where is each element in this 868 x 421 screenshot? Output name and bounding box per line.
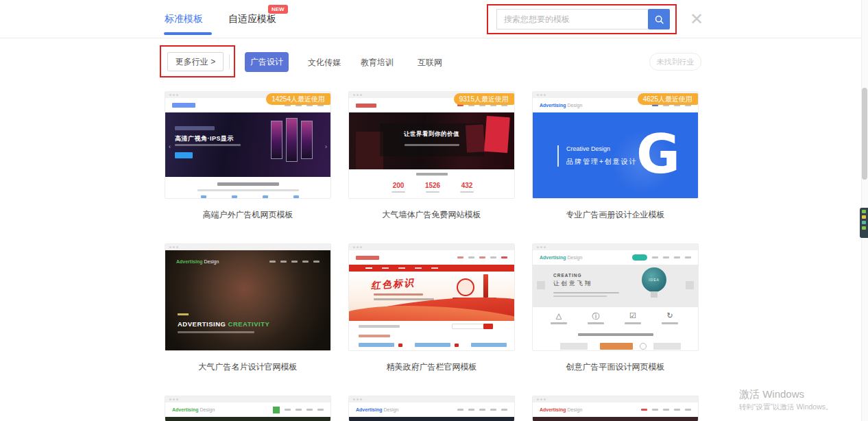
side-widget-tab[interactable] — [860, 208, 868, 238]
window-dots-icon — [537, 94, 546, 96]
mock-logo — [172, 103, 195, 108]
stats-section: 200 1526 432 — [349, 169, 514, 199]
window-dots-icon — [353, 246, 362, 248]
template-card-partial[interactable]: Advertising Design — [348, 396, 515, 421]
mock-orange-button — [600, 343, 633, 350]
mock-logo: Advertising — [356, 407, 383, 412]
banner-footer — [165, 177, 330, 199]
template-card-outdoor-ad[interactable]: 高清广视角·IPS显示 ‹ › 14254人最近使用 — [165, 91, 331, 199]
mock-logo: Advertising — [540, 255, 566, 260]
stat-value: 432 — [446, 182, 487, 189]
banner-image — [533, 417, 698, 421]
browser-chrome — [165, 396, 330, 402]
new-badge: NEW — [268, 5, 288, 14]
mock-nav-links — [641, 409, 691, 411]
header-divider — [0, 38, 868, 38]
feature-check-icon: ☑ — [619, 311, 647, 320]
mock-navbar: Advertising Design — [165, 402, 330, 417]
chevron-left-icon: ‹ — [169, 143, 171, 150]
scrollbar-thumb[interactable] — [862, 88, 867, 180]
mock-nav-links — [269, 261, 320, 263]
window-dots-icon — [353, 398, 362, 400]
mock-nav-links — [457, 409, 507, 411]
template-card-partial[interactable]: Advertising Design — [532, 396, 699, 421]
banner-headline: 高清广视角·IPS显示 — [175, 134, 234, 143]
banner-line1: Creative Design — [566, 145, 638, 152]
banner-headline: ADVERTISING CREATIVITY — [178, 320, 269, 328]
display-panel — [271, 121, 282, 159]
search-input[interactable] — [496, 9, 648, 29]
features-section: △ ⓘ ☑ ↻ — [533, 307, 698, 351]
emblem — [457, 278, 474, 296]
display-panel — [301, 121, 313, 159]
window-dots-icon — [537, 246, 546, 248]
mock-nav-links — [632, 254, 691, 261]
search-icon — [654, 14, 664, 25]
banner-headline: 让世界看到你的价值 — [380, 130, 484, 139]
template-gallery-page: 标准模板 自适应模板 NEW ✕ 更多行业 > 广告设计 文化传媒 教育培训 互… — [0, 0, 868, 421]
template-caption[interactable]: 大气墙体广告免费网站模板 — [348, 209, 515, 221]
usage-badge: 14254人最近使用 — [266, 93, 330, 105]
category-ad-design[interactable]: 广告设计 — [245, 52, 289, 72]
mock-navbar — [349, 250, 514, 265]
banner-image — [165, 417, 330, 421]
banner-image — [349, 417, 514, 421]
banner-line2: 品牌管理+创意设计 — [566, 157, 638, 167]
more-industries-button[interactable]: 更多行业 > — [167, 52, 224, 71]
mock-navbar: Advertising Design — [533, 250, 698, 265]
banner-headline: 红色标识 — [370, 277, 415, 292]
close-icon[interactable]: ✕ — [690, 10, 703, 29]
window-dots-icon — [353, 94, 362, 96]
browser-chrome — [349, 396, 514, 402]
template-caption[interactable]: 创意广告平面设计网页模板 — [532, 361, 699, 373]
mock-logo — [356, 104, 376, 108]
tab-adaptive-templates[interactable]: 自适应模板 — [228, 13, 276, 25]
search-button[interactable] — [648, 9, 670, 29]
mock-navbar: Advertising Design — [165, 259, 330, 264]
browser-chrome — [165, 244, 330, 250]
mock-pill-button — [632, 254, 647, 261]
banner-image: 高清广视角·IPS显示 ‹ › — [165, 112, 330, 177]
chevron-right-icon — [686, 281, 694, 289]
mock-navbar: Advertising Design — [533, 402, 698, 417]
category-internet[interactable]: 互联网 — [418, 57, 442, 69]
tab-standard-templates[interactable]: 标准模板 — [165, 13, 203, 25]
banner-photo: Advertising Design ADVERTISING CREATIVIT… — [165, 250, 330, 351]
feature-refresh-icon: ↻ — [656, 311, 684, 320]
template-card-graphic-design[interactable]: Advertising Design CREATING 让创意飞翔 IDEA △… — [532, 243, 699, 351]
filter-divider — [229, 54, 230, 69]
template-caption[interactable]: 专业广告画册设计企业模板 — [532, 209, 699, 221]
category-culture-media[interactable]: 文化传媒 — [308, 57, 341, 69]
category-education[interactable]: 教育培训 — [361, 57, 394, 69]
mock-logo: Advertising — [172, 407, 199, 412]
monument — [483, 274, 488, 298]
banner-overlay: 让世界看到你的价值 — [380, 123, 484, 156]
active-tab-underline — [164, 32, 212, 35]
windows-activation-watermark-title: 激活 Windows — [739, 388, 804, 401]
window-dots-icon — [169, 398, 178, 400]
template-card-partial[interactable]: Advertising Design — [165, 396, 331, 421]
feature-info-icon: ⓘ — [582, 311, 610, 322]
template-caption[interactable]: 高端户外广告机网页模板 — [165, 209, 331, 221]
template-caption[interactable]: 精美政府广告栏官网模板 — [348, 361, 515, 373]
lightbulb-graphic: IDEA — [642, 267, 666, 292]
feature-growth-icon: △ — [545, 311, 572, 320]
mock-nav-links — [457, 256, 507, 258]
banner-lower — [349, 321, 514, 351]
banner-text-block: Creative Design 品牌管理+创意设计 — [557, 145, 638, 167]
template-card-brochure-design[interactable]: Advertising Design G Creative Design 品牌管… — [532, 91, 699, 199]
usage-badge: 4625人最近使用 — [638, 93, 698, 105]
template-card-government-ad[interactable]: 红色标识 — [348, 243, 515, 351]
browser-chrome — [533, 244, 698, 250]
window-dots-icon — [169, 94, 178, 96]
template-caption[interactable]: 大气广告名片设计官网模板 — [165, 361, 331, 373]
mock-nav-links — [273, 407, 324, 413]
template-card-wall-ad[interactable]: 让世界看到你的价值 200 1526 432 9315人最近使用 — [348, 91, 515, 199]
display-panel — [286, 118, 298, 162]
industry-not-found-button[interactable]: 未找到行业 — [649, 53, 701, 71]
banner-line2: 让创意飞翔 — [553, 280, 593, 288]
banner-line1: CREATING — [553, 273, 581, 278]
mock-logo: Advertising — [540, 103, 566, 108]
template-card-business-card[interactable]: Advertising Design ADVERTISING CREATIVIT… — [165, 243, 331, 351]
mock-cta-button — [175, 152, 193, 158]
